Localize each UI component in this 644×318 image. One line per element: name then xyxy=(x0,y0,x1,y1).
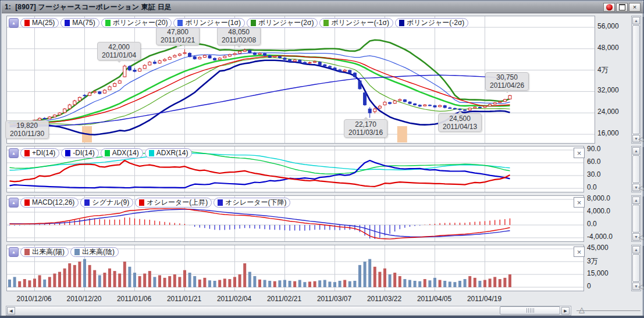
legend-item[interactable]: シグナル(9) xyxy=(80,198,133,208)
volume-bar xyxy=(503,278,506,287)
legend-item[interactable]: 出来高(陰) xyxy=(70,247,119,257)
zoom-handle-icon[interactable]: ◁ xyxy=(638,233,644,241)
zoom-handle-icon[interactable]: ◁ xyxy=(638,184,644,191)
legend-swatch-icon xyxy=(177,20,183,26)
legend-item[interactable]: ボリンジャー(2σ) xyxy=(247,18,318,28)
price-axis-label: 48,000 xyxy=(597,44,619,52)
legend-item[interactable]: MA(25) xyxy=(20,18,59,28)
titlebar[interactable]: 1: [8907] フージャースコーポレーション 東証 日足 × xyxy=(2,2,643,13)
zoom-handle-icon[interactable]: ◁ xyxy=(638,135,644,142)
volume-bar xyxy=(178,277,181,287)
horizontal-scrollbar-thumb[interactable] xyxy=(500,306,560,315)
volume-bar xyxy=(439,280,442,287)
volume-bar xyxy=(399,276,401,287)
volume-bar xyxy=(118,274,121,287)
horizontal-scrollbar[interactable] xyxy=(6,306,571,316)
legend-label: ボリンジャー(20) xyxy=(113,18,168,28)
scroll-left-button[interactable]: ◀ xyxy=(7,307,15,315)
horizontal-zoom-slider[interactable] xyxy=(577,310,641,311)
candle xyxy=(103,89,106,94)
app-menu-button[interactable] xyxy=(603,3,615,12)
price-zoom-slider[interactable]: ◁ xyxy=(639,17,644,140)
candle xyxy=(283,57,286,60)
candle xyxy=(298,59,301,63)
legend-item[interactable]: +DI(14) xyxy=(20,148,59,158)
volume-bar xyxy=(223,278,226,287)
candle xyxy=(353,72,356,78)
candle xyxy=(399,98,401,101)
legend-item[interactable]: ADX(14) xyxy=(101,148,143,158)
dmi-axis-label: 90.0 xyxy=(587,145,600,153)
annotation-price: 30,750 xyxy=(490,73,524,81)
macd-close-button[interactable]: × xyxy=(574,197,585,208)
price-legend-row: ▲MA(25)MA(75)ボリンジャー(20)ボリンジャー(1σ)ボリンジャー(… xyxy=(9,17,468,28)
volume-bar xyxy=(133,273,136,287)
candle xyxy=(188,52,191,58)
collapse-panel-button[interactable]: ▲ xyxy=(9,198,19,208)
candle xyxy=(223,55,226,58)
annotation-date: 2011/02/08 xyxy=(222,36,256,44)
legend-item[interactable]: ボリンジャー(-2σ) xyxy=(395,18,468,28)
legend-item[interactable]: ADXR(14) xyxy=(145,148,193,158)
legend-label: ボリンジャー(2σ) xyxy=(258,18,314,28)
legend-swatch-icon xyxy=(105,20,111,26)
volume-bar xyxy=(153,277,156,287)
volume-bar xyxy=(278,280,281,287)
price-annotation: 30,7502011/04/26 xyxy=(485,72,529,91)
collapse-panel-button[interactable]: ▲ xyxy=(9,247,19,257)
price-annotation: 19,8202010/11/30 xyxy=(5,120,49,139)
collapse-panel-button[interactable]: ▲ xyxy=(9,148,19,158)
price-axis-label: 24,000 xyxy=(597,108,619,116)
volume-bar xyxy=(508,274,511,287)
volume-bar xyxy=(339,281,341,287)
legend-label: MA(25) xyxy=(32,19,55,27)
legend-swatch-icon xyxy=(24,20,30,26)
volume-bar xyxy=(239,274,241,287)
maximize-button[interactable] xyxy=(616,3,628,12)
macd-zoom-slider[interactable]: ◁ xyxy=(639,196,644,238)
dmi-close-button[interactable]: × xyxy=(574,148,585,158)
candle xyxy=(478,106,481,108)
candle xyxy=(408,101,411,105)
volume-bar xyxy=(48,277,51,287)
scroll-right-button[interactable]: ▶ xyxy=(561,307,570,315)
chart-window: 1: [8907] フージャースコーポレーション 東証 日足 × ▲MA(25)… xyxy=(0,0,644,318)
legend-item[interactable]: MA(75) xyxy=(61,18,99,28)
volume-bar xyxy=(414,281,417,287)
annotation-pointer-icon xyxy=(175,44,182,51)
legend-item[interactable]: 出来高(陽) xyxy=(20,247,69,257)
price-annotation: 48,0502011/02/08 xyxy=(217,27,261,45)
horizontal-zoom-handle-icon[interactable]: △ xyxy=(579,306,585,313)
vol-zoom-slider[interactable]: ◁ xyxy=(639,246,644,288)
legend-item[interactable]: オシレーター(上昇) xyxy=(135,198,212,208)
vol-close-button[interactable]: × xyxy=(574,246,585,257)
candle xyxy=(264,53,266,56)
legend-item[interactable]: ボリンジャー(20) xyxy=(101,18,172,28)
collapse-panel-button[interactable]: ▲ xyxy=(9,18,19,28)
legend-item[interactable]: ボリンジャー(-1σ) xyxy=(319,18,393,28)
candle xyxy=(468,108,471,110)
date-axis-label: 2011/02/21 xyxy=(260,295,309,303)
volume-bar xyxy=(233,277,236,287)
legend-item[interactable]: ボリンジャー(1σ) xyxy=(173,18,244,28)
volume-bar xyxy=(73,265,76,287)
legend-item[interactable]: MACD(12,26) xyxy=(20,198,79,208)
dmi-axis-label: 60.0 xyxy=(587,158,600,166)
macd-legend-row: ▲MACD(12,26)シグナル(9)オシレーター(上昇)オシレーター(下降) xyxy=(9,197,290,208)
dmi-zoom-slider[interactable]: ◁ xyxy=(639,147,644,189)
legend-item[interactable]: オシレーター(下降) xyxy=(214,198,290,208)
volume-bar xyxy=(168,276,171,287)
legend-item[interactable]: -DI(14) xyxy=(61,148,98,158)
volume-bar xyxy=(38,275,41,287)
zoom-handle-icon[interactable]: ◁ xyxy=(638,283,644,290)
legend-label: オシレーター(下降) xyxy=(225,198,286,208)
legend-swatch-icon xyxy=(105,150,110,156)
candle xyxy=(364,92,367,106)
candle xyxy=(333,67,336,70)
annotation-price: 22,170 xyxy=(348,120,383,128)
candle xyxy=(78,97,81,101)
candle xyxy=(318,61,321,65)
vol-axis-label: 15,000 xyxy=(587,269,609,277)
close-button[interactable]: × xyxy=(629,3,641,12)
legend-label: シグナル(9) xyxy=(92,198,129,208)
